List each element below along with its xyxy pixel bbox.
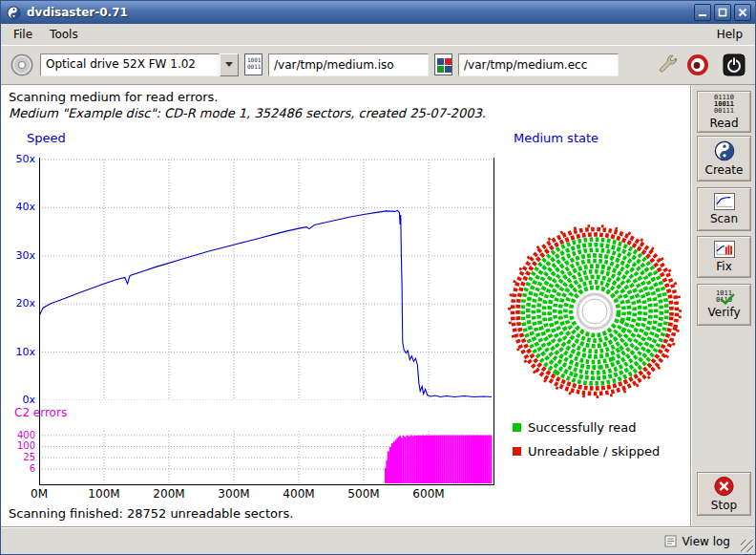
tick-label: 30x — [3, 249, 35, 262]
menu-file[interactable]: File — [5, 25, 41, 44]
image-icon-binary-line: 00111 — [247, 63, 261, 70]
c2-bar — [412, 436, 414, 483]
c2-bar — [469, 436, 471, 484]
drive-selector-arrow-button[interactable] — [220, 53, 239, 76]
ecc-file-input[interactable] — [458, 53, 619, 76]
c2-bar — [420, 436, 422, 483]
drive-selector[interactable]: Optical drive 52X FW 1.02 — [40, 53, 239, 76]
image-file-icon: 10011 00111 — [244, 53, 262, 75]
read-button[interactable]: 01110 10011 00111 Read — [697, 91, 751, 133]
titlebar[interactable]: dvdisaster-0.71 — [1, 1, 755, 24]
tick-label: 20x — [3, 297, 35, 310]
create-button[interactable]: Create — [697, 136, 751, 181]
menu-help[interactable]: Help — [708, 25, 751, 44]
verify-button-label: Verify — [707, 306, 740, 319]
scan-chart-icon — [714, 193, 735, 210]
chevron-down-icon — [225, 62, 233, 67]
close-icon — [738, 8, 747, 17]
c2-bar — [418, 436, 420, 483]
c2-bar — [490, 436, 492, 483]
check-icon — [720, 293, 735, 305]
c2-bar — [474, 436, 476, 483]
scan-button[interactable]: Scan — [697, 187, 751, 231]
c2-bar — [439, 436, 441, 483]
binary-read-icon: 01110 10011 00111 — [714, 95, 734, 115]
c2-bar — [484, 436, 486, 484]
ecc-file-icon — [434, 53, 452, 75]
c2-bar — [452, 436, 454, 484]
c2-bar — [459, 436, 461, 483]
maximize-button[interactable] — [714, 4, 731, 21]
menu-tools[interactable]: Tools — [41, 25, 87, 44]
c2-bar — [451, 436, 452, 483]
c2-bar — [410, 436, 412, 483]
legend-swatch-read — [513, 423, 521, 432]
c2-bar — [465, 436, 467, 484]
resize-grip[interactable] — [741, 540, 753, 552]
c2-bar — [414, 436, 416, 483]
c2-bar — [476, 436, 478, 484]
c2-chart-title: C2 errors — [14, 406, 67, 419]
c2-bar — [443, 436, 445, 483]
c2-bar — [471, 436, 472, 483]
c2-bar — [480, 436, 482, 484]
c2-bar — [430, 436, 431, 483]
c2-bar — [416, 436, 418, 483]
ecc-icon-pattern — [437, 58, 451, 73]
tick-label: 50x — [3, 153, 35, 165]
fix-button[interactable]: Fix — [697, 236, 751, 278]
c2-bar — [431, 436, 433, 483]
fix-chart-icon — [714, 241, 735, 258]
app-logo-icon — [7, 6, 21, 20]
legend-item-read: Successfully read — [513, 420, 636, 435]
action-sidebar: 01110 10011 00111 Read Create Scan — [690, 85, 756, 526]
c2-bar — [428, 436, 430, 483]
tick-label: 10x — [3, 346, 35, 358]
x-axis-line — [39, 484, 494, 485]
scan-button-label: Scan — [710, 212, 738, 225]
c2-bar — [455, 436, 457, 483]
right-axis-line — [494, 158, 494, 484]
verify-icon: 1011 0110 — [716, 290, 732, 304]
c2-bar — [486, 436, 488, 483]
view-log-button[interactable]: View log — [661, 532, 734, 550]
c2-bar — [472, 436, 474, 484]
preferences-button[interactable] — [655, 53, 680, 77]
c2-bar — [404, 437, 406, 483]
c2-bar — [400, 438, 402, 483]
speed-chart-title: Speed — [27, 131, 66, 145]
c2-bar — [422, 436, 424, 483]
c2-plot — [39, 431, 494, 484]
tick-label: 200M — [145, 487, 193, 501]
tick-label: 400M — [275, 487, 323, 501]
c2-bar — [482, 436, 484, 483]
medium-state-title: Medium state — [514, 131, 598, 145]
optical-drive-icon — [10, 53, 34, 77]
tick-label: 600M — [405, 487, 452, 501]
help-badge-icon — [686, 53, 709, 76]
stop-icon — [713, 476, 735, 497]
c2-bar — [409, 437, 410, 483]
c2-bar — [433, 436, 435, 483]
c2-bar — [457, 436, 459, 484]
c2-bar — [426, 436, 428, 483]
minimize-icon — [698, 8, 707, 17]
verify-button[interactable]: 1011 0110 Verify — [697, 284, 751, 326]
legend-label-unreadable: Unreadable / skipped — [528, 444, 660, 459]
close-button[interactable] — [734, 4, 751, 21]
stop-button[interactable]: Stop — [697, 472, 751, 516]
read-button-label: Read — [709, 117, 738, 130]
power-icon — [723, 53, 746, 76]
image-file-input[interactable] — [268, 53, 429, 76]
c2-bar — [488, 436, 490, 484]
tick-label: 25 — [7, 452, 35, 462]
c2-bar — [437, 436, 439, 483]
c2-bar — [445, 436, 447, 484]
speed-plot — [39, 158, 494, 400]
log-icon — [664, 535, 677, 547]
help-button[interactable] — [685, 53, 710, 77]
quit-button[interactable] — [722, 53, 746, 77]
minimize-button[interactable] — [694, 4, 711, 21]
stop-button-label: Stop — [711, 499, 737, 512]
c2-bar — [449, 436, 451, 484]
